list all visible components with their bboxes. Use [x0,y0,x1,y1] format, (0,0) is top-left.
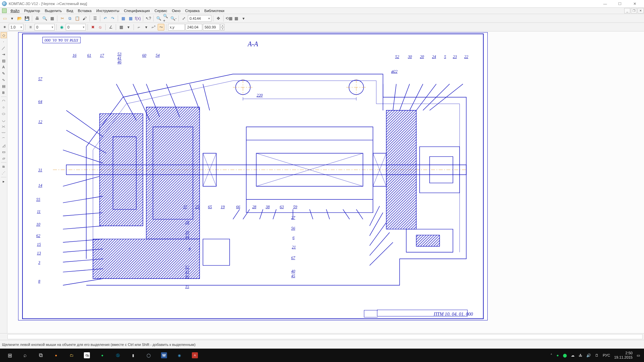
refresh-dropdown[interactable]: ▾ [240,15,247,22]
refresh-button[interactable]: ▦ [233,15,239,22]
taskbar-steam[interactable]: ◯ [141,349,156,362]
zoom-window-button[interactable]: 🔍 [155,15,162,22]
menu-libraries[interactable]: Библиотеки [202,8,227,13]
drawing-canvas[interactable]: А-А ПТМ 10. 04. 01. 000 ПТМ 10. 04. 01. … [7,32,644,333]
style-icon[interactable]: ≡ [27,24,34,31]
line-tool[interactable]: ／ [1,45,7,51]
geometry-tool[interactable]: ◇ [1,32,7,38]
action-center-icon[interactable]: ▭ [637,353,640,358]
new-dropdown[interactable]: ▾ [9,15,15,22]
coord-x-field[interactable]: 240.04 [185,24,202,31]
redo-button[interactable]: ↷ [109,15,116,22]
circle-tool[interactable]: ○ [1,104,7,110]
rebuild-button[interactable]: ⟲▦ [225,15,232,22]
grid-button[interactable]: ▦ [118,24,124,31]
tray-chevron-icon[interactable]: ˄ [550,353,552,358]
print-preview-button[interactable]: 🔍 [41,15,48,22]
window-maximize-button[interactable]: ☐ [612,0,627,7]
pan-button[interactable]: ✥ [215,15,222,22]
tray-app2-icon[interactable]: ⬤ [563,353,567,358]
zoom-fit-button[interactable]: ⤢ [180,15,187,22]
menu-tools[interactable]: Инструменты [94,8,122,13]
mdi-restore-button[interactable]: ❐ [631,8,637,13]
ellipse-tool[interactable]: ⬭ [1,111,7,117]
tray-clock[interactable]: 2:50 19.11.2015 [614,351,633,359]
bezier-tool[interactable]: 〰 [1,130,7,136]
tray-lang[interactable]: РУС [603,353,610,357]
start-button[interactable]: ⊞ [2,349,17,362]
equiv-tool[interactable]: ≋ [1,164,7,170]
taskbar-word[interactable]: W [156,349,172,362]
ortho-dropdown[interactable]: ▾ [143,24,150,31]
cut-button[interactable]: ✂ [59,15,66,22]
tray-net-icon[interactable]: 🖧 [579,353,582,357]
tray-app1-icon[interactable]: ● [556,353,559,357]
doc-manager-button[interactable]: ▦ [49,15,55,22]
hatch-tool[interactable]: ▨ [1,58,7,64]
tray-notes-icon[interactable]: 🗒 [595,353,599,357]
variables-button[interactable]: ▦ [120,15,126,22]
layer-icon[interactable]: ◉ [58,24,65,31]
search-button[interactable]: ⌕ [17,349,33,362]
taskbar-pdf[interactable]: A [187,349,203,362]
coord-spinner[interactable]: ▴▾ [220,24,224,31]
format-painter-button[interactable]: 🖌 [81,15,88,22]
new-button[interactable]: ▭ [1,15,8,22]
system-tray[interactable]: ˄ ● ⬤ ☁ 🖧 🔊 🗒 РУС 2:50 19.11.2015 ▭ [550,351,642,359]
open-button[interactable]: 📂 [16,15,23,22]
menu-spec[interactable]: Спецификация [122,8,152,13]
table-tool[interactable]: ▤ [1,83,7,89]
angle-snap-button[interactable]: ∠ [107,24,114,31]
save-button[interactable]: 💾 [23,15,30,22]
edit-tool[interactable]: ✎ [1,70,7,76]
spline-tool[interactable]: ∿ [1,77,7,83]
chamfer-tool[interactable]: ◿ [1,142,7,148]
task-view-button[interactable]: ⧉ [33,349,48,362]
style-combo[interactable]: 0 [35,24,55,31]
tray-cloud-icon[interactable]: ☁ [571,353,575,358]
zoom-in-button[interactable]: 🔍+ [163,15,169,22]
taskbar-skype[interactable]: Ⓢ [110,349,125,362]
menu-window[interactable]: Окно [169,8,183,13]
cancel-button[interactable]: ⦸ [97,24,104,31]
rect-tool[interactable]: ▭ [1,149,7,155]
point-tool[interactable]: · [1,39,7,45]
window-close-button[interactable]: ✕ [627,0,642,7]
round-button[interactable]: ⌐° [150,24,157,31]
local-cs-button[interactable]: ⤳ [158,24,164,31]
mdi-close-button[interactable]: ✕ [638,8,644,13]
menu-select[interactable]: Выделить [42,8,64,13]
collapse-tool[interactable]: ▸ [1,178,7,184]
arc2-tool[interactable]: ◡ [1,117,7,123]
window-minimize-button[interactable]: — [598,0,612,7]
text-tool[interactable]: A [1,64,7,70]
layer-combo[interactable]: 0 [66,24,86,31]
copy-button[interactable]: ⧉ [66,15,73,22]
fx-button[interactable]: f(x) [135,15,141,22]
properties-button[interactable]: ☰ [92,15,98,22]
stop-button[interactable]: ✖ [90,24,96,31]
libraries-button[interactable]: ▦ [127,15,134,22]
menu-file[interactable]: Файл [8,8,22,13]
taskbar-spotify[interactable]: ● [95,349,110,362]
tray-volume-icon[interactable]: 🔊 [586,353,591,358]
menu-help[interactable]: Справка [183,8,202,13]
paste-button[interactable]: 📋 [74,15,80,22]
grid-dropdown[interactable]: ▾ [125,24,132,31]
line-weight-combo[interactable]: 1.0 [9,24,23,31]
ortho-button[interactable]: ⌐ [136,24,142,31]
menu-insert[interactable]: Вставка [75,8,94,13]
zoom-combo[interactable]: 0.4144 [188,15,211,22]
undo-button[interactable]: ↶ [102,15,109,22]
taskbar-store[interactable]: 🛍 [79,349,95,362]
arc-tool[interactable]: ◠ [1,98,7,104]
taskbar-explorer[interactable]: 🗀 [64,349,79,362]
aux-tool[interactable]: ⋰ [1,170,7,176]
whatsthis-button[interactable]: ↖? [145,15,152,22]
print-button[interactable]: 🖶 [34,15,41,22]
taskbar-kompas[interactable]: ◉ [172,349,187,362]
snap-toggle[interactable]: ✶ [1,24,8,31]
taskbar-firefox[interactable]: ● [48,349,64,362]
coord-y-field[interactable]: 560.99 [203,24,220,31]
contour-tool[interactable]: ▱ [1,155,7,161]
